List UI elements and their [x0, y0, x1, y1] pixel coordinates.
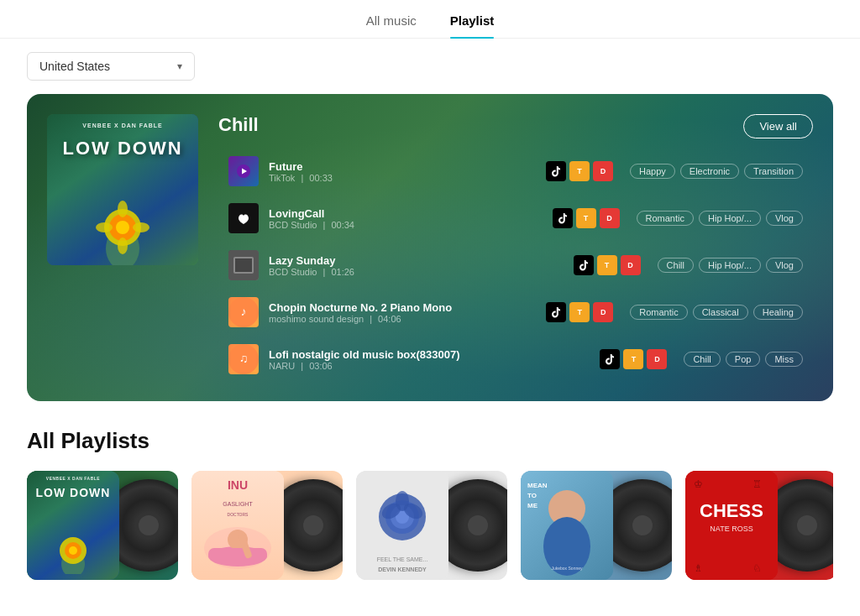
- track-row[interactable]: Lazy Sunday BCD Studio | 01:26 T D Chill…: [218, 243, 813, 287]
- svg-text:♗: ♗: [694, 562, 703, 574]
- featured-playlist: View all VENBEE X DAN FABLE LOW DOWN: [27, 94, 833, 401]
- tunecore-icon[interactable]: T: [623, 349, 643, 369]
- track-meta: NARU | 03:06: [269, 361, 590, 371]
- distrokid-icon[interactable]: D: [593, 302, 613, 322]
- playlist-card[interactable]: MEAN TO ME Jukebox Sonney: [521, 471, 672, 580]
- tiktok-icon[interactable]: [574, 255, 594, 275]
- featured-title: Chill: [218, 114, 813, 136]
- track-icons: T D: [574, 255, 641, 275]
- tag-transition[interactable]: Transition: [744, 164, 803, 179]
- featured-album-art: VENBEE X DAN FABLE LOW DOWN: [47, 114, 198, 265]
- distrokid-icon[interactable]: D: [621, 255, 641, 275]
- vinyl-center: [632, 515, 653, 535]
- svg-rect-24: [208, 548, 267, 561]
- svg-text:♖: ♖: [752, 478, 762, 490]
- svg-point-20: [69, 546, 77, 555]
- tag-hiphop[interactable]: Hip Hop/...: [699, 258, 761, 273]
- track-info: Lazy Sunday BCD Studio | 01:26: [269, 254, 564, 277]
- tag-hiphop[interactable]: Hip Hop/...: [699, 211, 761, 226]
- album-title: LOW DOWN: [47, 138, 198, 159]
- playlist-card[interactable]: VENBEE X DAN FABLE LOW DOWN: [27, 471, 178, 580]
- track-name: Future: [269, 160, 536, 173]
- svg-text:CHESS: CHESS: [700, 500, 763, 521]
- track-meta: BCD Studio | 00:34: [269, 220, 543, 230]
- album-cover: INU GASLIGHT DOCTORS: [191, 471, 284, 580]
- top-nav: All music Playlist: [0, 0, 860, 39]
- tag-pop[interactable]: Pop: [726, 352, 761, 367]
- tunecore-icon[interactable]: T: [597, 255, 617, 275]
- svg-text:NATE ROSS: NATE ROSS: [710, 525, 752, 533]
- tunecore-icon[interactable]: T: [576, 208, 596, 228]
- track-icons: T D: [546, 302, 613, 322]
- vinyl-center: [797, 515, 817, 535]
- tag-romantic[interactable]: Romantic: [630, 305, 687, 320]
- featured-content: Chill Future TikTok | 00:33 T: [218, 114, 813, 381]
- tag-electronic[interactable]: Electronic: [680, 164, 739, 179]
- svg-text:DOCTORS: DOCTORS: [228, 512, 249, 517]
- svg-text:ME: ME: [527, 502, 538, 509]
- track-info: LovingCall BCD Studio | 00:34: [269, 207, 543, 230]
- track-name: Chopin Nocturne No. 2 Piano Mono: [269, 301, 536, 314]
- svg-text:FEEL THE SAME...: FEEL THE SAME...: [377, 556, 428, 562]
- tag-vlog[interactable]: Vlog: [766, 211, 803, 226]
- playlist-card-art: ♔ ♖ ♗ ♘ CHESS NATE ROSS: [685, 471, 833, 580]
- playlist-card-art: FEEL THE SAME... DEVIN KENNEDY: [356, 471, 507, 580]
- playlist-card[interactable]: FEEL THE SAME... DEVIN KENNEDY: [356, 471, 507, 580]
- tag-chill[interactable]: Chill: [658, 258, 694, 273]
- track-meta: moshimo sound design | 04:06: [269, 314, 536, 324]
- region-selector[interactable]: United States ▾: [27, 52, 195, 81]
- track-row[interactable]: LovingCall BCD Studio | 00:34 T D Romant…: [218, 196, 813, 240]
- track-tags: Chill Hip Hop/... Vlog: [658, 258, 803, 273]
- track-name: LovingCall: [269, 207, 543, 220]
- playlist-card-art: VENBEE X DAN FABLE LOW DOWN: [27, 471, 178, 580]
- tiktok-icon[interactable]: [546, 161, 566, 181]
- svg-text:♔: ♔: [694, 478, 703, 490]
- track-icons: T D: [600, 349, 667, 369]
- chevron-down-icon: ▾: [177, 60, 182, 72]
- track-row[interactable]: ♫ Lofi nostalgic old music box(833007) N…: [218, 337, 813, 381]
- playlist-card-art: MEAN TO ME Jukebox Sonney: [521, 471, 672, 580]
- track-meta: BCD Studio | 01:26: [269, 267, 564, 277]
- playlist-card[interactable]: ♔ ♖ ♗ ♘ CHESS NATE ROSS: [685, 471, 833, 580]
- svg-text:♪: ♪: [241, 305, 247, 318]
- tunecore-icon[interactable]: T: [569, 302, 590, 322]
- svg-text:Jukebox Sonney: Jukebox Sonney: [552, 566, 583, 571]
- track-tags: Happy Electronic Transition: [630, 164, 803, 179]
- distrokid-icon[interactable]: D: [593, 161, 613, 181]
- track-info: Lofi nostalgic old music box(833007) NAR…: [269, 348, 590, 371]
- svg-point-3: [116, 221, 129, 234]
- tag-miss[interactable]: Miss: [765, 352, 803, 367]
- tunecore-icon[interactable]: T: [569, 161, 590, 181]
- distrokid-icon[interactable]: D: [600, 208, 620, 228]
- svg-point-6: [118, 201, 128, 217]
- track-name: Lofi nostalgic old music box(833007): [269, 348, 590, 361]
- svg-point-4: [96, 222, 113, 232]
- tag-chill[interactable]: Chill: [684, 352, 720, 367]
- tag-romantic[interactable]: Romantic: [637, 211, 694, 226]
- view-all-button[interactable]: View all: [743, 114, 813, 138]
- tiktok-icon[interactable]: [600, 349, 620, 369]
- region-label: United States: [39, 60, 110, 73]
- album-cover: MEAN TO ME Jukebox Sonney: [521, 471, 613, 580]
- distrokid-icon[interactable]: D: [647, 349, 667, 369]
- playlist-card-art: INU GASLIGHT DOCTORS: [191, 471, 343, 580]
- album-cover: VENBEE X DAN FABLE LOW DOWN: [27, 471, 119, 580]
- tiktok-icon[interactable]: [546, 302, 566, 322]
- playlist-card[interactable]: INU GASLIGHT DOCTORS: [191, 471, 343, 580]
- tag-vlog[interactable]: Vlog: [766, 258, 803, 273]
- track-row[interactable]: Future TikTok | 00:33 T D Happy Electron…: [218, 149, 813, 193]
- svg-text:♘: ♘: [752, 562, 762, 574]
- nav-all-music[interactable]: All music: [366, 13, 417, 38]
- tag-classical[interactable]: Classical: [693, 305, 748, 320]
- tiktok-icon[interactable]: [553, 208, 573, 228]
- svg-point-7: [118, 238, 128, 254]
- track-name: Lazy Sunday: [269, 254, 564, 267]
- tag-happy[interactable]: Happy: [630, 164, 675, 179]
- tag-healing[interactable]: Healing: [753, 305, 803, 320]
- vinyl-center: [139, 515, 159, 535]
- track-thumb: [228, 203, 259, 233]
- nav-playlist[interactable]: Playlist: [450, 13, 495, 38]
- svg-text:♫: ♫: [239, 352, 249, 365]
- track-tags: Romantic Classical Healing: [630, 305, 803, 320]
- track-row[interactable]: ♪ Chopin Nocturne No. 2 Piano Mono moshi…: [218, 290, 813, 334]
